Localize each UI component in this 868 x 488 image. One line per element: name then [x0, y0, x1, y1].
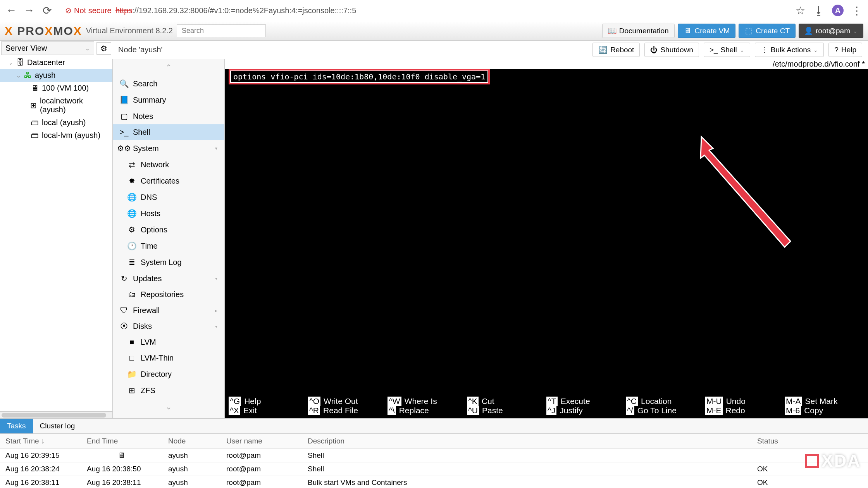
sidemenu-network[interactable]: ⇄Network [113, 156, 224, 173]
cube-icon: ⬚ [744, 26, 753, 35]
sidemenu-notes[interactable]: ▢Notes [113, 108, 224, 124]
sidemenu-certificates[interactable]: ✸Certificates [113, 173, 224, 189]
create-ct-button[interactable]: ⬚Create CT [739, 24, 796, 38]
reboot-button[interactable]: 🔄Reboot [592, 43, 640, 57]
app-header: X PROXMOX Virtual Environment 8.2.2 📖Doc… [0, 21, 868, 41]
files-icon: 🗂 [127, 290, 136, 299]
tree-locallvm-storage[interactable]: 🗃local-lvm (ayush) [0, 129, 112, 142]
url-text: https://192.168.29.32:8006/#v1:0:=node%2… [115, 6, 356, 15]
globe-icon: 🌐 [127, 192, 136, 202]
back-button[interactable]: ← [6, 5, 17, 16]
sidemenu-system[interactable]: ⚙⚙System▾ [113, 140, 224, 156]
sidemenu-disks[interactable]: ⦿Disks▾ [113, 318, 224, 334]
col-start-time[interactable]: Start Time ↓ [0, 434, 81, 449]
sidemenu-updates[interactable]: ↻Updates▾ [113, 270, 224, 287]
tree-vm-100[interactable]: 🖥100 (VM 100) [0, 82, 112, 95]
create-vm-button[interactable]: 🖥Create VM [678, 24, 736, 38]
shutdown-button[interactable]: ⏻Shutdown [644, 43, 699, 57]
task-row[interactable]: Aug 16 20:39:15🖥ayushroot@pamShell [0, 449, 868, 462]
tab-cluster-log[interactable]: Cluster log [33, 419, 82, 433]
sidemenu-options[interactable]: ⚙Options [113, 222, 224, 238]
sidemenu-firewall[interactable]: 🛡Firewall▸ [113, 302, 224, 318]
reload-button[interactable]: ⟳ [41, 5, 52, 16]
not-secure-badge: ⊘Not secure [65, 6, 112, 15]
terminal-icon: >_ [120, 128, 128, 137]
sidemenu-zfs[interactable]: ⊞ZFS [113, 382, 224, 399]
sidemenu-collapse-up[interactable]: ⌃ [113, 59, 224, 76]
storage-icon: 🗃 [31, 131, 39, 140]
sidemenu-time[interactable]: 🕐Time [113, 238, 224, 254]
user-icon: 👤 [804, 26, 813, 35]
sidemenu-search[interactable]: 🔍Search [113, 76, 224, 92]
sidemenu-summary[interactable]: 📘Summary [113, 92, 224, 108]
global-search-input[interactable] [177, 24, 266, 37]
sidemenu-hosts[interactable]: 🌐Hosts [113, 205, 224, 222]
power-icon: ⏻ [650, 46, 658, 54]
tree-settings-button[interactable]: ⚙ [96, 42, 111, 55]
task-row[interactable]: Aug 16 20:38:24Aug 16 20:38:50ayushroot@… [0, 462, 868, 476]
col-node[interactable]: Node [163, 434, 221, 449]
col-user[interactable]: User name [221, 434, 302, 449]
gear-icon: ⚙ [100, 44, 107, 53]
sidemenu-shell[interactable]: >_Shell [113, 124, 224, 140]
sidemenu-directory[interactable]: 📁Directory [113, 366, 224, 382]
nano-shortcut: ^JJustify [546, 406, 626, 415]
tree-node-ayush[interactable]: ⌄🖧ayush [0, 69, 112, 82]
sidemenu-lvm[interactable]: ■LVM [113, 334, 224, 350]
user-menu-button[interactable]: 👤root@pam ⌄ [799, 24, 863, 38]
tasks-table: Start Time ↓ End Time Node User name Des… [0, 434, 868, 488]
nano-shortcut: ^RRead File [308, 406, 388, 415]
tree-local-storage[interactable]: 🗃local (ayush) [0, 116, 112, 129]
nano-shortcut: ^CLocation [626, 397, 705, 406]
node-sidemenu: ⌃ 🔍Search 📘Summary ▢Notes >_Shell ⚙⚙Syst… [112, 59, 225, 418]
tab-tasks[interactable]: Tasks [0, 419, 33, 433]
col-description[interactable]: Description [302, 434, 752, 449]
tree-datacenter[interactable]: ⌄🗄Datacenter [0, 56, 112, 69]
view-selector[interactable]: Server View⌄ [1, 41, 94, 55]
square-icon: ■ [127, 338, 136, 347]
xda-watermark: XDA [805, 451, 861, 471]
terminal-line: options vfio-pci ids=10de:1b80,10de:10f0… [231, 71, 487, 82]
nano-shortcut: ^/Go To Line [626, 406, 705, 415]
terminal-icon: >_ [710, 46, 718, 54]
profile-avatar[interactable]: A [832, 5, 844, 16]
content-header: Node 'ayush' 🔄Reboot ⏻Shutdown >_Shell ⌄… [112, 41, 868, 59]
chevron-down-icon: ⌄ [813, 47, 818, 53]
nano-shortcut: ^UPaste [467, 406, 546, 415]
shell-dropdown-button[interactable]: >_Shell ⌄ [704, 43, 750, 57]
gear-icon: ⚙ [127, 225, 136, 234]
nano-shortcut: ^\Replace [388, 406, 467, 415]
help-button[interactable]: ?Help [828, 43, 862, 57]
tree-localnetwork[interactable]: ⊞localnetwork (ayush) [0, 95, 112, 116]
annotation-highlight-box: options vfio-pci ids=10de:1b80,10de:10f0… [229, 69, 490, 84]
col-status[interactable]: Status [752, 434, 868, 449]
refresh-icon: ↻ [120, 274, 128, 283]
sidemenu-systemlog[interactable]: ≣System Log [113, 254, 224, 270]
browser-menu-icon[interactable]: ⋮ [851, 5, 862, 16]
tree-horizontal-scrollbar[interactable] [0, 411, 112, 418]
nano-shortcut: M-ASet Mark [785, 397, 864, 406]
proxmox-logo: X PROXMOX [5, 24, 82, 38]
terminal-console[interactable]: /etc/modprobe.d/vfio.conf * options vfio… [225, 59, 868, 418]
sidemenu-collapse-down[interactable]: ⌄ [113, 399, 224, 415]
search-icon: 🔍 [120, 79, 128, 88]
nano-shortcut: ^GHelp [229, 397, 308, 406]
bottom-log-panel: Tasks Cluster log Start Time ↓ End Time … [0, 418, 868, 488]
address-bar[interactable]: ⊘Not secure https://192.168.29.32:8006/#… [59, 6, 788, 15]
shield-icon: 🛡 [120, 306, 128, 315]
download-icon[interactable]: ⭳ [813, 5, 824, 16]
bulk-actions-button[interactable]: ⋮Bulk Actions ⌄ [755, 43, 824, 57]
node-icon: 🖧 [24, 71, 32, 80]
sidemenu-repositories[interactable]: 🗂Repositories [113, 287, 224, 302]
forward-button[interactable]: → [24, 5, 34, 16]
list-icon: ≣ [127, 258, 136, 267]
task-row[interactable]: Aug 16 20:38:11Aug 16 20:38:11ayushroot@… [0, 476, 868, 488]
bookmark-star-icon[interactable]: ☆ [795, 5, 806, 16]
sidemenu-dns[interactable]: 🌐DNS [113, 189, 224, 205]
chevron-right-icon: ▸ [215, 308, 217, 313]
col-end-time[interactable]: End Time [81, 434, 163, 449]
book-icon: 📘 [120, 95, 128, 105]
documentation-button[interactable]: 📖Documentation [602, 24, 675, 38]
book-icon: 📖 [608, 26, 617, 35]
sidemenu-lvmthin[interactable]: □LVM-Thin [113, 350, 224, 366]
